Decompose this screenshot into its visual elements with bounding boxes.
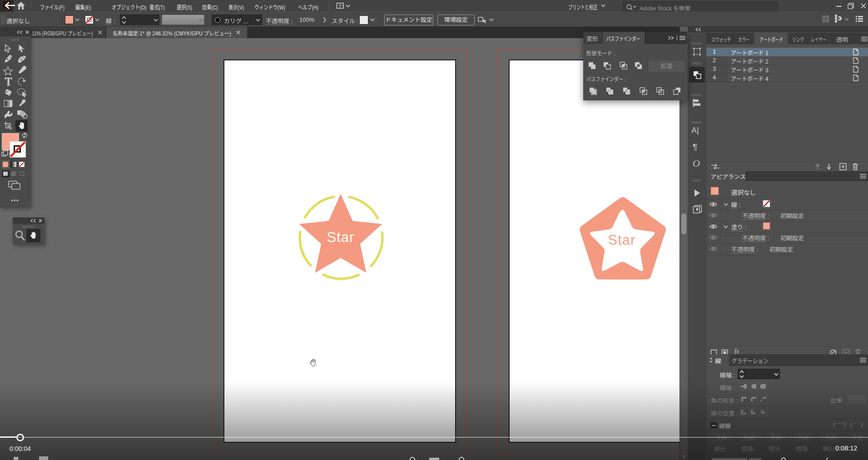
svg-text:Star: Star [608,232,636,248]
svg-text:Star: Star [327,229,355,245]
